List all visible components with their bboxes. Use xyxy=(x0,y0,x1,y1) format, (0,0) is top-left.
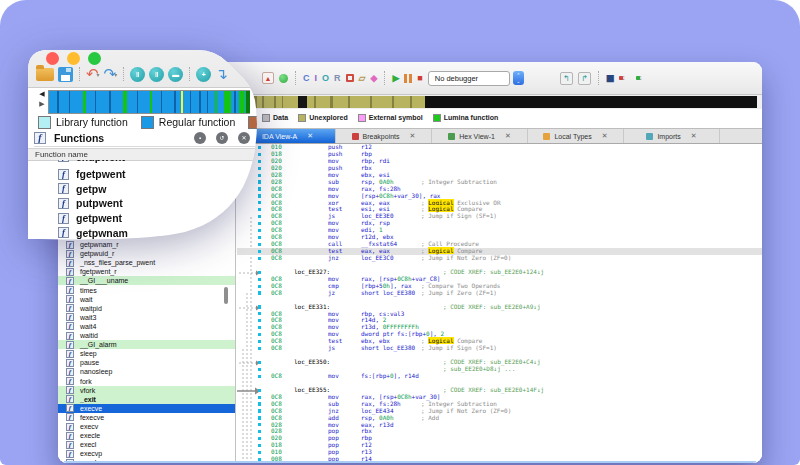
open-file-button[interactable] xyxy=(36,68,54,81)
function-name: endpwent xyxy=(76,160,125,163)
screenshot-canvas: ▲CIOR▱◆▶■No debugger⌃⌄↰↱▦≡≡ DataUnexplor… xyxy=(0,0,800,465)
navband-legend-zoomed: Library functionRegular functionInstruct… xyxy=(38,114,315,130)
function-name: putpwent xyxy=(76,197,123,209)
navband-stripe xyxy=(215,91,217,113)
save-file-button[interactable] xyxy=(58,67,73,82)
function-row-large[interactable]: fgetpwnam xyxy=(28,225,257,240)
navband-stripe xyxy=(199,91,201,113)
navband-stripe xyxy=(57,91,59,113)
jump-forward-button[interactable]: ↷▾ xyxy=(104,66,118,82)
attach-process-button[interactable]: + xyxy=(196,67,211,82)
function-row-large[interactable]: fputpwent xyxy=(28,196,257,211)
zoom-card: ↶▾↷▾‖‖▬+↴ ◀▶ Library functionRegular fun… xyxy=(0,0,800,465)
navband-stripe xyxy=(83,91,86,113)
function-f-icon: f xyxy=(58,227,69,238)
navband-stripe xyxy=(109,91,111,113)
pause-process-button[interactable]: ‖ xyxy=(130,67,145,82)
legend-label: Library function xyxy=(56,116,128,128)
navband-stripe xyxy=(224,91,231,113)
functions-panel-buttons: ▪↺✕ xyxy=(194,132,250,144)
zoom-card-wrapper: ↶▾↷▾‖‖▬+↴ ◀▶ Library functionRegular fun… xyxy=(0,0,800,465)
legend-label: Instruction xyxy=(266,116,314,128)
function-row-large[interactable]: fgetpwent xyxy=(28,211,257,226)
toolbar-separator xyxy=(123,67,124,81)
jump-forward-button-dropdown-icon[interactable]: ▾ xyxy=(114,71,117,78)
navband-stripe xyxy=(150,91,152,113)
navband-stripe xyxy=(246,91,250,113)
panel-refresh-button[interactable]: ↺ xyxy=(216,132,228,144)
navband-stripe xyxy=(95,91,96,113)
navband-stripe xyxy=(234,91,236,113)
navband-right-arrow-icon[interactable]: ▶ xyxy=(39,100,44,107)
function-f-icon: f xyxy=(58,198,69,209)
functions-panel-title: Functions xyxy=(54,132,104,144)
function-name: getpwnam xyxy=(76,227,128,239)
function-f-icon: f xyxy=(58,169,69,180)
panel-menu-button[interactable]: ▪ xyxy=(194,132,206,144)
main-toolbar-icons: ↶▾↷▾‖‖▬+↴ xyxy=(36,62,228,86)
jump-back-button[interactable]: ↶▾ xyxy=(86,66,100,82)
panel-close-button[interactable]: ✕ xyxy=(238,132,250,144)
function-row-large[interactable]: fendpwent xyxy=(28,160,257,167)
navband-stripe xyxy=(181,91,183,113)
navband-stripe xyxy=(69,91,70,113)
detach-process-button[interactable]: ▬ xyxy=(168,67,183,82)
function-name: fgetpwent xyxy=(76,168,126,180)
navband-stripe xyxy=(239,91,245,113)
navigator-band-zoomed[interactable] xyxy=(48,90,250,114)
navband-stripe xyxy=(137,91,138,113)
function-f-icon: f xyxy=(58,160,69,162)
legend-swatch xyxy=(141,116,154,129)
functions-panel-icon: f xyxy=(34,132,46,144)
navband-stripe xyxy=(207,91,208,113)
function-f-icon: f xyxy=(58,213,69,224)
navband-stripe xyxy=(190,91,191,113)
legend-swatch xyxy=(38,116,51,129)
pause-all-button[interactable]: ‖ xyxy=(149,67,164,82)
function-row-large[interactable]: fgetpw xyxy=(28,182,257,197)
functions-panel-titlebar: f Functions ▪↺✕ xyxy=(34,130,258,147)
toolbar-separator xyxy=(189,67,190,81)
legend-item: Library function xyxy=(38,116,128,129)
legend-swatch xyxy=(248,116,261,129)
jump-back-button-dropdown-icon[interactable]: ▾ xyxy=(97,71,100,78)
navband-stripe xyxy=(123,91,127,113)
step-into-button[interactable]: ↴ xyxy=(215,66,228,82)
function-f-icon: f xyxy=(58,183,69,194)
navband-scroll-arrows[interactable]: ◀▶ xyxy=(37,89,47,109)
navband-stripe xyxy=(161,91,162,113)
function-row-large[interactable]: ffgetpwent xyxy=(28,167,257,182)
legend-item: Regular function xyxy=(141,116,235,129)
legend-label: Regular function xyxy=(159,116,235,128)
legend-item: Instruction xyxy=(248,116,314,129)
navband-stripe xyxy=(174,91,176,113)
function-name: getpw xyxy=(76,183,106,195)
function-name: getpwent xyxy=(76,212,122,224)
toolbar-separator xyxy=(79,67,80,81)
navband-left-arrow-icon[interactable]: ◀ xyxy=(39,90,44,97)
